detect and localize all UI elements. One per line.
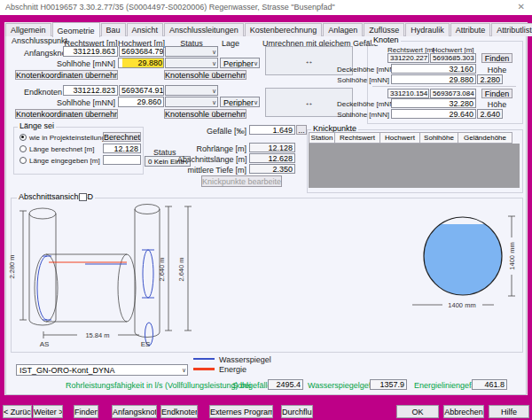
- knoten-group-title: Knoten: [372, 36, 401, 44]
- gefaelle-label: Gefälle [‰]: [186, 127, 246, 136]
- tab-hydraulik[interactable]: Hydraulik: [405, 23, 450, 36]
- radio-projekteinstellung[interactable]: [20, 134, 27, 141]
- dropdown-arrow-icon: ∨: [212, 59, 216, 68]
- tab-geometrie[interactable]: Geometrie: [52, 22, 100, 37]
- sohlgefaelle-field: 2495.4: [268, 379, 303, 390]
- tab-bar: Allgemein Geometrie Bau Ansicht Anschlus…: [5, 22, 532, 36]
- tab-bau[interactable]: Bau: [101, 23, 126, 36]
- end-deckelhoehe-label: Deckelhöhe [mNN]: [337, 100, 389, 109]
- knoten-separator: [372, 86, 516, 87]
- anfangsknoten-lage-combo[interactable]: Peripher∨: [220, 58, 260, 68]
- knoten-start-rechtswert[interactable]: 331220.227: [387, 53, 429, 63]
- finden-start-button[interactable]: Finden: [481, 53, 512, 63]
- sohlgefaelle-label: Sohlgefälle: [232, 381, 272, 390]
- endknoten-sohlhoehe-status-combo[interactable]: ∨: [165, 97, 218, 107]
- abschnitt-dialog: Abschnitt H0019657 3.30.2.77/35 (S000449…: [0, 0, 532, 420]
- laenge-eingegeben-field[interactable]: [103, 155, 141, 165]
- hilfe-button[interactable]: Hilfe: [489, 405, 529, 418]
- radio-laenge-eingegeben-label: Länge eingegeben [m]: [29, 157, 100, 166]
- wasserspiegel-legend-label: Wasserspiegel: [219, 355, 271, 364]
- weiter-button[interactable]: Weiter >: [33, 405, 63, 418]
- abbrechen-button[interactable]: Abbrechen: [443, 405, 484, 418]
- end-sohlhoehe-field[interactable]: 29.640: [391, 109, 476, 119]
- externes-programm-button[interactable]: Externes Programm...: [209, 405, 273, 418]
- tab-attribute[interactable]: Attribute: [450, 23, 491, 36]
- anfangsknoten-status-combo[interactable]: ∨: [165, 46, 218, 57]
- pipe-left-end: [35, 254, 58, 322]
- gefaelle-field[interactable]: 1.649: [249, 125, 295, 135]
- endknoten-lage-combo[interactable]: Peripher∨: [220, 97, 260, 107]
- hoehe-label-start: Höhe: [481, 66, 512, 74]
- anfangsknoten-sohlhoehe-status-combo[interactable]: ∨: [165, 58, 218, 68]
- radio-laenge-berechnet[interactable]: [20, 145, 27, 152]
- window-title: Abschnitt H0019657 3.30.2.77/35 (S000449…: [5, 3, 335, 12]
- tab-allgemein[interactable]: Allgemein: [5, 23, 51, 36]
- radio-laenge-berechnet-label: Länge berechnet [m]: [29, 145, 94, 154]
- wasserspiegel-legend-line: [193, 358, 215, 360]
- wasserspiegelgefaelle-field: 1357.9: [370, 379, 407, 390]
- knotenkoordinaten-uebernehmen-button-2[interactable]: Knotenkoordinaten übernehmen: [15, 109, 118, 119]
- pipe-cross-section: [412, 216, 515, 305]
- anfangsknoten-sohlhoehe-label: Sohlhöhe [mNN]: [51, 59, 115, 68]
- berechnet-button[interactable]: Berechnet: [103, 132, 141, 142]
- knickpunkte-col-station[interactable]: Station: [309, 132, 335, 144]
- tab-kostenberechnung[interactable]: Kostenberechnung: [245, 23, 323, 36]
- radio-laenge-eingegeben[interactable]: [20, 157, 27, 164]
- endknoten-button[interactable]: Endknoten: [160, 405, 198, 418]
- knotenkoordinaten-uebernehmen-button-1[interactable]: Knotenkoordinaten übernehmen: [15, 70, 118, 80]
- dim-left-height: 2.280 m: [8, 254, 16, 278]
- gefaelle-more-button[interactable]: ...: [296, 125, 307, 135]
- knoten-end-hochwert[interactable]: 5693673.084: [430, 89, 476, 98]
- knoten-start-hochwert[interactable]: 5693685.303: [430, 53, 476, 63]
- anfangsknoten-sohlhoehe-field[interactable]: 29.880: [118, 58, 164, 68]
- rohrlaenge-field: 12.128: [249, 143, 295, 152]
- dim-right-height-2: 2.640 m: [177, 257, 185, 281]
- dropdown-arrow-icon: ∨: [254, 98, 258, 107]
- knotensohle-uebernehmen-button-2[interactable]: Knotensohle übernehmen: [164, 109, 246, 119]
- start-sohlhoehe-field[interactable]: 29.880: [391, 74, 476, 84]
- es-manhole-top: [135, 205, 160, 214]
- zurueck-button[interactable]: < Zurück: [3, 405, 32, 418]
- endknoten-status-combo[interactable]: ∨: [165, 85, 218, 96]
- endknoten-sohlhoehe-label: Sohlhöhe [mNN]: [51, 98, 115, 107]
- swap-arrow-icon: ↔: [305, 56, 314, 66]
- start-deckelhoehe-field[interactable]: 32.160: [391, 64, 476, 74]
- endknoten-sohlhoehe-field[interactable]: 29.860: [118, 97, 164, 107]
- end-deckelhoehe-field[interactable]: 32.280: [391, 98, 476, 108]
- knickpunkte-col-rechtswert[interactable]: Rechtswert: [334, 132, 380, 144]
- knickpunkte-table-body[interactable]: [309, 144, 520, 188]
- tab-anschlussleitungen[interactable]: Anschlussleitungen: [164, 23, 244, 36]
- profil-value: IST_GN-ORO-Kont_DYNA: [20, 366, 115, 375]
- knickpunkte-col-sohlhoehe[interactable]: Sohlhöhe: [419, 132, 458, 144]
- close-icon[interactable]: ✕: [518, 2, 525, 12]
- ok-button[interactable]: OK: [396, 405, 439, 418]
- tab-ansicht[interactable]: Ansicht: [127, 23, 164, 36]
- title-bar: Abschnitt H0019657 3.30.2.77/35 (S000449…: [0, 0, 532, 15]
- finden-end-button[interactable]: Finden: [481, 89, 512, 98]
- dropdown-arrow-icon: ∨: [212, 98, 216, 107]
- finden-footer-button[interactable]: Finden: [74, 405, 98, 418]
- knoten-end-rechtswert[interactable]: 331210.154: [387, 89, 429, 98]
- tab-zufluesse[interactable]: Zuflüsse: [364, 23, 404, 36]
- laenge-berechnet-field[interactable]: 12.128: [103, 144, 141, 153]
- knickpunkte-col-hochwert[interactable]: Hochwert: [379, 132, 420, 144]
- dim-right-height-1: 2.640 m: [158, 257, 166, 281]
- knotensohle-uebernehmen-button-1[interactable]: Knotensohle übernehmen: [164, 70, 246, 80]
- endknoten-rechtswert-field[interactable]: 331212.823: [63, 85, 118, 96]
- tab-anlagen[interactable]: Anlagen: [323, 23, 363, 36]
- anfangsknoten-rechtswert-field[interactable]: 331219.863: [63, 46, 118, 57]
- endknoten-hochwert-field[interactable]: 5693674.918: [119, 85, 164, 96]
- 3d-section-view: 2.280 m 2.640 m 2.640 m 15.84 m AS ES 14…: [7, 199, 521, 350]
- profil-combo[interactable]: IST_GN-ORO-Kont_DYNA∨: [16, 364, 188, 376]
- anfangsknoten-hochwert-field[interactable]: 5693684.794: [119, 46, 164, 57]
- highlighted-value: 29.880: [122, 58, 163, 67]
- knickpunkte-col-gelaendehoehe[interactable]: Geländehöhe: [458, 132, 512, 144]
- dim-length: 15.84 m: [85, 331, 109, 339]
- anfangsknoten-button[interactable]: Anfangsknoten: [112, 405, 157, 418]
- laenge-group-title: Länge sei: [18, 122, 56, 130]
- durchfluss-button[interactable]: Durchfluß: [281, 405, 313, 418]
- abschnittslaenge-label: Abschnittslänge [m]: [177, 155, 246, 164]
- endknoten-label: Endknoten: [24, 88, 62, 97]
- radio-projekteinstellung-label: wie in Projekteinstellung: [29, 134, 106, 143]
- tab-attributlisten[interactable]: Attributlisten: [491, 23, 532, 36]
